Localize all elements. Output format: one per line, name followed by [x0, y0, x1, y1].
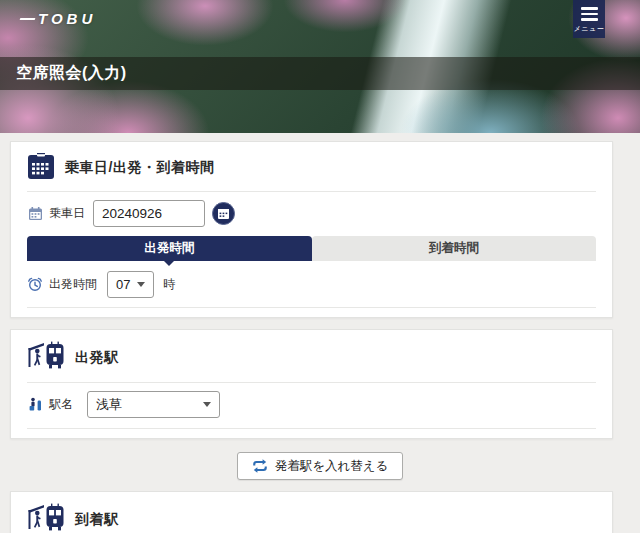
datetime-section-title: 乗車日/出発・到着時間	[65, 159, 214, 177]
arrival-station-header: 到着駅	[27, 492, 596, 533]
page-title: 空席照会(入力)	[0, 63, 127, 84]
time-mode-tabs: 出発時間 到着時間	[27, 236, 596, 261]
calendar-small-icon	[27, 206, 43, 221]
calendar-picker-icon	[217, 207, 230, 220]
chevron-down-icon	[203, 402, 211, 407]
departure-station-row: 駅名 浅草	[27, 391, 596, 418]
departure-time-row: 出発時間 07 時	[27, 271, 596, 297]
arrival-station-title: 到着駅	[75, 511, 119, 529]
logo-text: TOBU	[38, 10, 96, 27]
arrival-station-section: 到着駅 駅名 東武日光	[10, 491, 613, 533]
departure-hour-value: 07	[116, 277, 130, 292]
departure-station-value: 浅草	[96, 396, 122, 414]
divider	[27, 191, 596, 192]
hamburger-icon	[581, 7, 598, 21]
departure-station-label: 駅名	[49, 396, 87, 413]
page-title-bar: 空席照会(入力)	[0, 57, 640, 90]
logo-dash	[20, 18, 36, 20]
departure-station-title: 出発駅	[75, 349, 119, 367]
hero-banner: TOBU メニュー 空席照会(入力)	[0, 0, 640, 133]
swap-icon	[252, 458, 268, 474]
boarding-date-label: 乗車日	[49, 205, 93, 222]
tobu-logo[interactable]: TOBU	[20, 10, 96, 27]
departure-station-section: 出発駅 駅名 浅草	[10, 329, 613, 439]
chevron-down-icon	[137, 282, 145, 287]
tab-departure-time[interactable]: 出発時間	[27, 236, 312, 261]
divider	[27, 382, 596, 383]
hour-unit-label: 時	[163, 276, 175, 293]
tab-arrival-time-label: 到着時間	[429, 240, 479, 257]
train-station-icon	[27, 502, 65, 533]
boarding-date-input[interactable]	[93, 200, 205, 227]
departure-station-header: 出発駅	[27, 330, 596, 382]
ticket-gate-icon	[27, 397, 43, 412]
menu-button[interactable]: メニュー	[573, 0, 605, 38]
page: TOBU メニュー 空席照会(入力)	[0, 0, 640, 533]
swap-stations-label: 発着駅を入れ替える	[275, 458, 389, 475]
swap-stations-button[interactable]: 発着駅を入れ替える	[237, 452, 404, 480]
calendar-icon	[27, 152, 55, 184]
datetime-section-header: 乗車日/出発・到着時間	[27, 142, 596, 191]
tab-departure-time-label: 出発時間	[144, 240, 194, 257]
clock-icon	[27, 276, 43, 292]
departure-hour-select[interactable]: 07	[107, 271, 154, 298]
calendar-picker-button[interactable]	[212, 202, 235, 225]
boarding-date-row: 乗車日	[27, 200, 596, 227]
datetime-section: 乗車日/出発・到着時間 乗車日	[10, 141, 613, 318]
departure-station-select[interactable]: 浅草	[87, 391, 220, 418]
departure-time-label: 出発時間	[49, 276, 107, 293]
train-station-icon	[27, 340, 65, 375]
menu-button-label: メニュー	[574, 24, 605, 34]
active-tab-pointer	[164, 261, 174, 266]
tab-arrival-time[interactable]: 到着時間	[312, 236, 597, 261]
